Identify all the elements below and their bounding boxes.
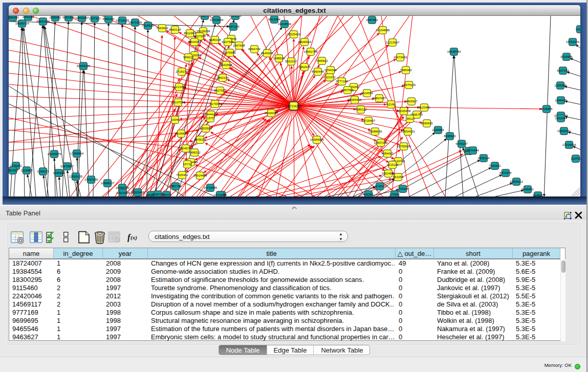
svg-text:19692971: 19692971 [557,129,571,133]
svg-text:1374444: 1374444 [467,149,479,152]
svg-text:16671355: 16671355 [128,21,142,24]
svg-text:20691406: 20691406 [36,20,50,23]
svg-text:(x): (x) [130,234,137,241]
svg-text:9777169: 9777169 [336,80,348,83]
svg-text:2396050: 2396050 [9,16,19,19]
svg-text:252254: 252254 [393,176,404,179]
svg-text:141361: 141361 [363,193,374,196]
svg-text:111254: 111254 [575,28,580,31]
svg-text:8427552: 8427552 [214,89,226,92]
svg-text:9084067: 9084067 [381,152,394,155]
svg-text:8215955: 8215955 [540,107,553,111]
svg-text:924565: 924565 [533,194,543,196]
svg-text:7632621: 7632621 [489,164,501,167]
svg-text:3675685: 3675685 [224,51,236,54]
svg-text:17016504: 17016504 [562,143,576,146]
svg-text:14136141: 14136141 [373,185,387,188]
svg-text:1733426: 1733426 [397,187,409,190]
svg-text:9327508: 9327508 [222,40,234,43]
svg-text:20364436: 20364436 [348,98,362,101]
svg-text:1527602: 1527602 [89,17,101,20]
svg-text:6466160: 6466160 [102,17,115,20]
svg-text:8938923: 8938923 [444,135,456,138]
svg-text:10973493: 10973493 [394,56,407,59]
svg-text:9463627: 9463627 [405,100,418,103]
svg-text:2087682: 2087682 [366,18,378,21]
svg-text:10654112: 10654112 [510,180,524,183]
svg-text:1571648: 1571648 [214,193,226,196]
svg-text:16033809: 16033809 [210,18,224,21]
svg-text:1640954: 1640954 [432,128,444,132]
svg-text:18724007: 18724007 [285,104,302,108]
svg-text:9857791: 9857791 [169,185,182,188]
svg-text:1294273: 1294273 [37,170,49,173]
svg-text:989013: 989013 [183,56,194,59]
svg-text:14055714: 14055714 [15,22,29,25]
svg-text:15720407: 15720407 [362,119,376,122]
svg-text:7625402: 7625402 [176,173,188,177]
svg-text:7515526: 7515526 [142,24,154,27]
svg-text:18524861: 18524861 [382,172,396,175]
svg-text:9242848: 9242848 [220,63,232,67]
svg-text:1353594: 1353594 [200,127,212,130]
svg-text:1362615: 1362615 [298,65,311,69]
svg-text:9115460: 9115460 [419,106,431,109]
svg-text:12213369: 12213369 [172,85,186,89]
svg-text:1093717: 1093717 [151,193,164,196]
svg-text:2967608: 2967608 [233,44,245,47]
svg-text:16154838: 16154838 [376,29,390,32]
svg-text:1145154: 1145154 [53,171,66,174]
svg-text:8813054: 8813054 [268,18,280,21]
svg-text:62160: 62160 [387,103,396,106]
svg-text:15226058: 15226058 [197,30,210,33]
svg-text:20206575: 20206575 [48,152,61,156]
svg-text:10853287: 10853287 [75,16,89,19]
svg-text:2935114: 2935114 [478,157,490,160]
svg-text:10025458: 10025458 [397,110,411,113]
svg-text:1615112: 1615112 [387,163,399,166]
svg-text:1588520: 1588520 [273,57,285,60]
svg-text:6794028: 6794028 [324,69,337,72]
svg-text:8186328: 8186328 [209,38,221,41]
svg-text:19756928: 19756928 [397,145,411,148]
svg-text:12923468: 12923468 [116,191,130,194]
svg-text:8613054: 8613054 [229,16,242,17]
svg-text:7357224: 7357224 [227,25,239,28]
svg-text:7986322: 7986322 [355,108,367,111]
svg-text:8454749: 8454749 [248,48,260,51]
svg-text:16914479: 16914479 [193,174,207,177]
svg-text:173342: 173342 [389,193,400,196]
svg-text:8498222: 8498222 [188,151,201,154]
svg-text:8990448: 8990448 [312,70,324,73]
svg-text:16782759: 16782759 [116,186,129,189]
svg-text:10975887: 10975887 [60,165,74,168]
svg-text:12213967: 12213967 [386,41,400,44]
svg-text:10958107: 10958107 [101,182,115,185]
svg-text:1621072: 1621072 [323,76,336,79]
svg-text:7485063: 7485063 [400,69,412,72]
svg-text:16648784: 16648784 [447,50,461,53]
svg-text:817006: 817006 [210,102,221,105]
svg-text:6479197: 6479197 [455,142,468,145]
svg-text:25300285: 25300285 [265,112,278,115]
svg-text:15716485: 15716485 [204,186,217,189]
svg-text:15384594: 15384594 [310,138,324,141]
svg-text:1001164: 1001164 [23,16,35,18]
svg-text:10688609: 10688609 [368,130,382,133]
svg-text:116753: 116753 [571,157,580,160]
svg-text:17957255: 17957255 [84,178,98,181]
svg-text:10107554: 10107554 [171,101,185,104]
svg-text:16543382: 16543382 [188,40,202,43]
svg-text:9146821: 9146821 [261,52,273,55]
svg-text:15732: 15732 [183,163,192,166]
svg-text:11325419: 11325419 [287,33,301,36]
svg-text:9827508: 9827508 [193,35,206,38]
svg-text:19654923: 19654923 [401,130,415,133]
svg-text:9227343: 9227343 [557,69,569,72]
svg-text:2803144: 2803144 [216,76,229,79]
svg-text:19166829: 19166829 [175,132,188,135]
svg-text:3624554: 3624554 [361,92,373,95]
svg-text:16640910: 16640910 [298,40,312,43]
svg-text:12923468: 12923468 [131,191,145,194]
svg-text:18807249: 18807249 [374,141,388,144]
